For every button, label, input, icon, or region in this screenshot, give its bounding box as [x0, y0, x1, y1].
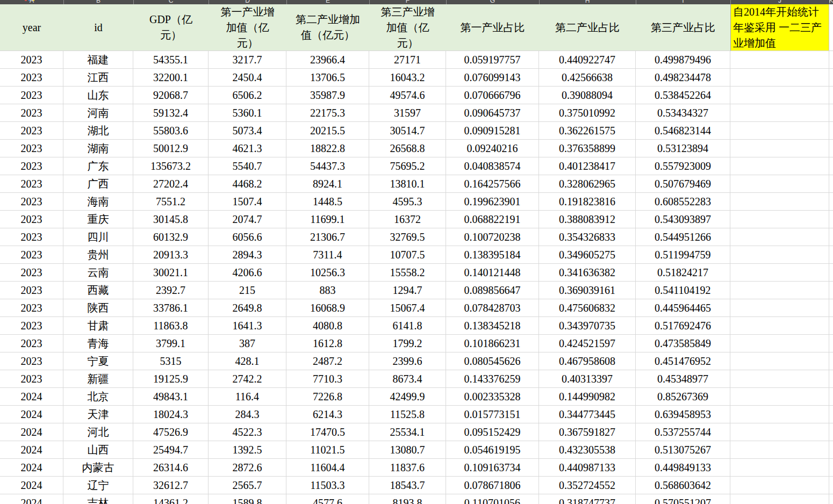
- table-cell[interactable]: 5540.7: [209, 157, 286, 175]
- table-cell[interactable]: 26314.6: [133, 459, 209, 476]
- table-cell[interactable]: [730, 69, 829, 86]
- table-cell[interactable]: 2023: [0, 299, 63, 316]
- table-cell[interactable]: 20215.5: [286, 122, 369, 139]
- table-cell[interactable]: 0.375010992: [539, 104, 636, 121]
- column-letter[interactable]: E: [326, 0, 330, 4]
- table-cell[interactable]: 0.138395184: [446, 246, 539, 263]
- table-cell[interactable]: 0.440922747: [539, 51, 636, 68]
- table-cell[interactable]: 13810.1: [369, 175, 446, 192]
- table-cell[interactable]: 2872.6: [209, 459, 286, 476]
- table-cell[interactable]: 8924.1: [286, 175, 369, 192]
- table-cell[interactable]: 新疆: [63, 370, 133, 387]
- table-cell[interactable]: 0.349605275: [539, 246, 636, 263]
- table-cell[interactable]: 0.53123894: [636, 140, 730, 157]
- table-cell[interactable]: 0.45348977: [636, 370, 730, 387]
- table-cell[interactable]: 0.445964465: [636, 299, 730, 316]
- table-cell[interactable]: 江西: [63, 69, 133, 86]
- table-cell[interactable]: 0.498234478: [636, 69, 730, 86]
- table-cell[interactable]: 55803.6: [133, 122, 209, 139]
- column-header-secondary[interactable]: 第二产业增加 值（亿元）: [286, 4, 369, 51]
- table-cell[interactable]: 0.002335328: [446, 388, 539, 405]
- table-cell[interactable]: 0.376358899: [539, 140, 636, 157]
- table-cell[interactable]: [730, 370, 829, 387]
- table-cell[interactable]: 75695.2: [369, 157, 446, 175]
- table-cell[interactable]: 吉林: [63, 494, 133, 504]
- table-cell[interactable]: 0.362261575: [539, 122, 636, 139]
- table-cell[interactable]: 1612.8: [286, 335, 369, 352]
- table-cell[interactable]: 11837.6: [369, 459, 446, 476]
- table-cell[interactable]: 宁夏: [63, 352, 133, 370]
- table-cell[interactable]: 11503.3: [286, 477, 369, 494]
- column-letter[interactable]: K: [829, 0, 833, 4]
- table-cell[interactable]: 1589.8: [209, 494, 286, 504]
- table-cell[interactable]: 2399.6: [369, 352, 446, 370]
- table-cell[interactable]: 0.499879496: [636, 51, 730, 68]
- table-cell[interactable]: 2023: [0, 246, 63, 263]
- table-cell[interactable]: 0.369039161: [539, 282, 636, 299]
- table-cell[interactable]: 11021.5: [286, 441, 369, 458]
- table-cell[interactable]: [730, 459, 829, 476]
- table-cell[interactable]: 6056.6: [209, 228, 286, 246]
- column-header-primary-ratio[interactable]: 第一产业占比: [446, 4, 539, 51]
- table-cell[interactable]: 0.354326833: [539, 228, 636, 246]
- table-cell[interactable]: 4206.6: [209, 264, 286, 281]
- column-letter[interactable]: C: [169, 0, 174, 4]
- table-cell[interactable]: 30145.8: [133, 211, 209, 228]
- table-cell[interactable]: 0.164257566: [446, 175, 539, 192]
- table-cell[interactable]: 辽宁: [63, 477, 133, 494]
- table-cell[interactable]: 2023: [0, 193, 63, 210]
- table-cell[interactable]: 27202.4: [133, 175, 209, 192]
- table-cell[interactable]: 2023: [0, 335, 63, 352]
- table-cell[interactable]: 6506.2: [209, 87, 286, 104]
- table-cell[interactable]: 0.513075267: [636, 441, 730, 458]
- table-cell[interactable]: 2023: [0, 228, 63, 246]
- table-cell[interactable]: 6141.8: [369, 317, 446, 334]
- table-cell[interactable]: 5360.1: [209, 104, 286, 121]
- table-cell[interactable]: 13706.5: [286, 69, 369, 86]
- table-cell[interactable]: 0.608552283: [636, 193, 730, 210]
- table-cell[interactable]: 2450.4: [209, 69, 286, 86]
- table-cell[interactable]: 0.53434327: [636, 104, 730, 121]
- note-cell[interactable]: 自2014年开始统计 年鉴采用 一二三产 业增加值: [730, 4, 829, 51]
- table-cell[interactable]: 1799.2: [369, 335, 446, 352]
- table-cell[interactable]: 0.541104192: [636, 282, 730, 299]
- table-cell[interactable]: 2023: [0, 51, 63, 68]
- table-cell[interactable]: 天津: [63, 406, 133, 423]
- table-cell[interactable]: 30514.7: [369, 122, 446, 139]
- table-cell[interactable]: 215: [209, 282, 286, 299]
- table-cell[interactable]: 26568.8: [369, 140, 446, 157]
- table-cell[interactable]: 18822.8: [286, 140, 369, 157]
- table-cell[interactable]: 0.475606832: [539, 299, 636, 316]
- table-cell[interactable]: 0.473585849: [636, 335, 730, 352]
- table-cell[interactable]: 7226.8: [286, 388, 369, 405]
- table-cell[interactable]: [730, 388, 829, 405]
- table-cell[interactable]: 18543.7: [369, 477, 446, 494]
- table-cell[interactable]: 0.144990982: [539, 388, 636, 405]
- table-cell[interactable]: 0.015773151: [446, 406, 539, 423]
- table-cell[interactable]: 20913.3: [133, 246, 209, 263]
- table-cell[interactable]: 青海: [63, 335, 133, 352]
- table-cell[interactable]: 47526.9: [133, 423, 209, 441]
- table-cell[interactable]: 0.078428703: [446, 299, 539, 316]
- table-cell[interactable]: 4577.6: [286, 494, 369, 504]
- table-cell[interactable]: [730, 157, 829, 175]
- table-cell[interactable]: 2565.7: [209, 477, 286, 494]
- column-header-tertiary[interactable]: 第三产业增 加值（亿 元）: [369, 4, 446, 51]
- table-cell[interactable]: 0.344773445: [539, 406, 636, 423]
- table-cell[interactable]: [730, 423, 829, 441]
- table-cell[interactable]: 1392.5: [209, 441, 286, 458]
- table-cell[interactable]: 6214.3: [286, 406, 369, 423]
- table-cell[interactable]: 15558.2: [369, 264, 446, 281]
- table-cell[interactable]: 0.070666796: [446, 87, 539, 104]
- table-cell[interactable]: 重庆: [63, 211, 133, 228]
- table-cell[interactable]: 10707.5: [369, 246, 446, 263]
- table-cell[interactable]: 3217.7: [209, 51, 286, 68]
- table-cell[interactable]: 8193.8: [369, 494, 446, 504]
- table-cell[interactable]: 7311.4: [286, 246, 369, 263]
- table-cell[interactable]: 湖南: [63, 140, 133, 157]
- table-cell[interactable]: 4522.3: [209, 423, 286, 441]
- table-cell[interactable]: 福建: [63, 51, 133, 68]
- table-cell[interactable]: 2649.8: [209, 299, 286, 316]
- column-letter[interactable]: F: [406, 0, 410, 4]
- table-cell[interactable]: 7710.3: [286, 370, 369, 387]
